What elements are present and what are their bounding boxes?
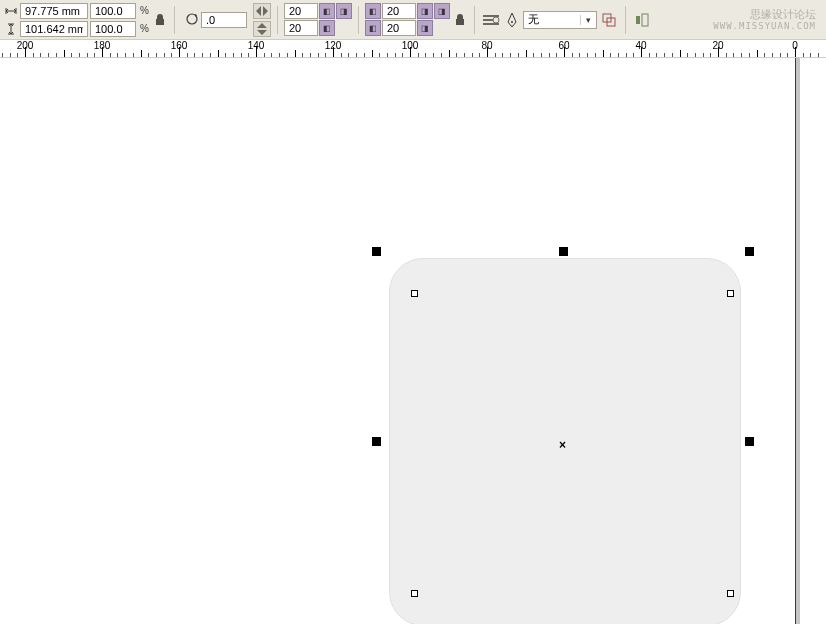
corner-bottom-toggle-2[interactable]: ◨ [417, 20, 433, 36]
ruler-label: 20 [712, 40, 723, 51]
outline-width-dropdown[interactable]: 无 ▾ [523, 11, 597, 29]
height-icon [4, 23, 18, 35]
ruler-label: 60 [558, 40, 569, 51]
separator [277, 6, 278, 34]
svg-rect-9 [642, 14, 648, 26]
rotation-input[interactable] [201, 12, 247, 28]
chevron-down-icon: ▾ [580, 15, 596, 25]
skew-top-toggle[interactable]: ◧ [319, 3, 335, 19]
rotate-icon [185, 12, 199, 28]
ruler-label: 140 [248, 40, 265, 51]
y-position-input[interactable] [20, 21, 88, 37]
ruler-label: 200 [17, 40, 34, 51]
scale-x-input[interactable] [90, 3, 136, 19]
x-position-input[interactable] [20, 3, 88, 19]
mirror-group [249, 3, 271, 37]
corner-top-toggle-3[interactable]: ◨ [434, 3, 450, 19]
skew-top-input[interactable] [284, 3, 318, 19]
skew-bottom-input[interactable] [284, 20, 318, 36]
ruler-label: 0 [792, 40, 798, 51]
center-marker: × [559, 438, 566, 452]
position-group [4, 3, 88, 37]
canvas[interactable]: × [0, 58, 826, 624]
horizontal-ruler[interactable]: 200180160140120100806040200 [0, 40, 826, 58]
watermark: 思缘设计论坛 WWW.MISSYUAN.COM [713, 8, 822, 32]
percent-label: % [140, 5, 150, 16]
svg-rect-2 [483, 19, 493, 21]
skew-bottom-toggle[interactable]: ◧ [319, 20, 335, 36]
property-toolbar: % % ◧ ◨ ◧ [0, 0, 826, 40]
corner-top-toggle[interactable]: ◧ [365, 3, 381, 19]
ruler-label: 120 [325, 40, 342, 51]
selection-handle-r[interactable] [745, 437, 754, 446]
corner-handle-tr[interactable] [727, 290, 734, 297]
corner-handle-bl[interactable] [411, 590, 418, 597]
skew-top-toggle-2[interactable]: ◨ [336, 3, 352, 19]
ruler-label: 40 [635, 40, 646, 51]
corner-group: ◧ ◨ ◨ ◧ ◨ [365, 3, 450, 36]
ruler-label: 80 [481, 40, 492, 51]
svg-point-5 [511, 21, 513, 23]
object-manager-button[interactable] [632, 12, 652, 28]
watermark-line1: 思缘设计论坛 [713, 8, 816, 20]
svg-rect-8 [636, 16, 640, 24]
corner-bottom-input[interactable] [382, 20, 416, 36]
skew-group: ◧ ◨ ◧ [284, 3, 352, 36]
convert-to-curves-button[interactable] [599, 12, 619, 28]
corner-bottom-toggle[interactable]: ◧ [365, 20, 381, 36]
separator [625, 6, 626, 34]
lock-corner-icon[interactable] [452, 13, 468, 27]
mirror-vertical-button[interactable] [253, 21, 271, 37]
selection-handle-tl[interactable] [372, 247, 381, 256]
percent-label: % [140, 23, 150, 34]
page-shadow [796, 58, 800, 624]
selection-handle-l[interactable] [372, 437, 381, 446]
ruler-label: 100 [402, 40, 419, 51]
ruler-label: 160 [171, 40, 188, 51]
corner-handle-tl[interactable] [411, 290, 418, 297]
corner-top-toggle-2[interactable]: ◨ [417, 3, 433, 19]
separator [358, 6, 359, 34]
text-wrap-button[interactable] [481, 12, 501, 28]
selection-handle-tr[interactable] [745, 247, 754, 256]
selection-handle-t[interactable] [559, 247, 568, 256]
ruler-label: 180 [94, 40, 111, 51]
outline-pen-icon[interactable] [503, 12, 521, 28]
watermark-line2: WWW.MISSYUAN.COM [713, 20, 816, 32]
scale-y-input[interactable] [90, 21, 136, 37]
mirror-horizontal-button[interactable] [253, 3, 271, 19]
corner-top-input[interactable] [382, 3, 416, 19]
outline-width-label: 无 [524, 12, 580, 27]
scale-group: % % [90, 3, 150, 37]
separator [474, 6, 475, 34]
svg-point-4 [493, 17, 499, 23]
corner-handle-br[interactable] [727, 590, 734, 597]
lock-aspect-icon[interactable] [152, 13, 168, 27]
width-icon [4, 6, 18, 16]
rotation-group [185, 12, 247, 28]
separator [174, 6, 175, 34]
